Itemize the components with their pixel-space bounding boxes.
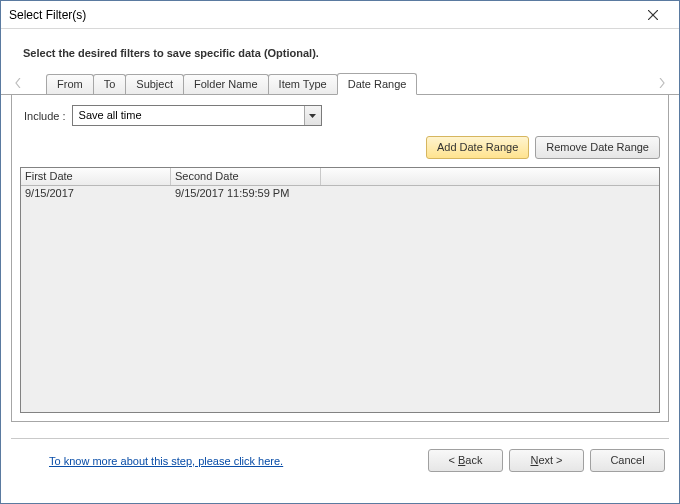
range-buttons-row: Add Date Range Remove Date Range	[20, 136, 660, 159]
remove-date-range-button[interactable]: Remove Date Range	[535, 136, 660, 159]
cell-first-date: 9/15/2017	[21, 186, 171, 202]
titlebar: Select Filter(s)	[1, 1, 679, 29]
tabstrip: From To Subject Folder Name Item Type Da…	[1, 73, 679, 95]
footer: To know more about this step, please cli…	[1, 439, 679, 484]
instruction-text: Select the desired filters to save speci…	[1, 29, 679, 73]
tab-folder-name[interactable]: Folder Name	[183, 74, 269, 94]
tab-date-range[interactable]: Date Range	[337, 73, 418, 95]
help-link[interactable]: To know more about this step, please cli…	[49, 455, 283, 467]
dialog-window: Select Filter(s) Select the desired filt…	[0, 0, 680, 504]
tabs-container: From To Subject Folder Name Item Type Da…	[47, 73, 417, 94]
wizard-buttons: < Back Next > Cancel	[428, 449, 665, 472]
col-first-date[interactable]: First Date	[21, 168, 171, 185]
next-button[interactable]: Next >	[509, 449, 584, 472]
grid-header: First Date Second Date	[21, 168, 659, 186]
cell-second-date: 9/15/2017 11:59:59 PM	[171, 186, 321, 202]
tab-subject[interactable]: Subject	[125, 74, 184, 94]
include-label: Include :	[24, 110, 66, 122]
col-second-date[interactable]: Second Date	[171, 168, 321, 185]
col-filler	[321, 168, 659, 185]
tab-item-type[interactable]: Item Type	[268, 74, 338, 94]
back-button[interactable]: < Back	[428, 449, 503, 472]
tab-to[interactable]: To	[93, 74, 127, 94]
close-icon	[648, 10, 658, 20]
include-select-value: Save all time	[72, 105, 322, 126]
window-title: Select Filter(s)	[9, 8, 633, 22]
include-select[interactable]: Save all time	[72, 105, 322, 126]
chevron-right-icon	[659, 78, 665, 88]
cancel-button[interactable]: Cancel	[590, 449, 665, 472]
tab-panel-date-range: Include : Save all time Add Date Range R…	[11, 95, 669, 422]
close-button[interactable]	[633, 1, 673, 28]
tab-scroll-left[interactable]	[11, 74, 25, 92]
table-row[interactable]: 9/15/2017 9/15/2017 11:59:59 PM	[21, 186, 659, 202]
date-range-grid[interactable]: First Date Second Date 9/15/2017 9/15/20…	[20, 167, 660, 413]
tab-from[interactable]: From	[46, 74, 94, 94]
tab-scroll-right[interactable]	[655, 74, 669, 92]
add-date-range-button[interactable]: Add Date Range	[426, 136, 529, 159]
dialog-body: Select the desired filters to save speci…	[1, 29, 679, 503]
include-row: Include : Save all time	[24, 105, 660, 126]
chevron-left-icon	[15, 78, 21, 88]
